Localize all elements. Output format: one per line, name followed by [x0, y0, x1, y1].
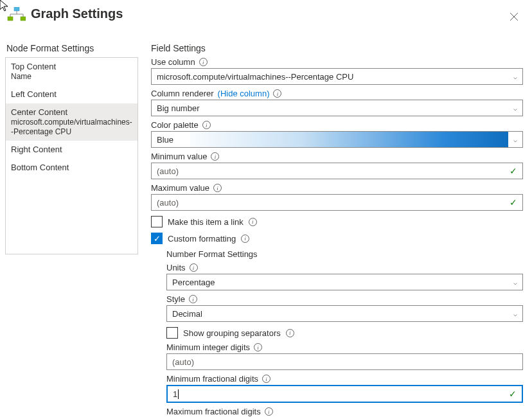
- info-icon[interactable]: i: [199, 58, 208, 66]
- svg-rect-5: [8, 17, 13, 21]
- min-integer-placeholder: (auto): [172, 357, 194, 367]
- units-label: Units: [166, 263, 186, 272]
- svg-rect-0: [14, 7, 19, 11]
- min-integer-label: Minimum integer digits: [166, 342, 250, 352]
- min-fractional-input[interactable]: 1 ✓: [166, 385, 523, 403]
- gradient-preview: [190, 132, 508, 147]
- sidebar-item-center-content[interactable]: Center Content microsoft.compute/virtual…: [6, 103, 137, 141]
- sidebar-item-top-content[interactable]: Top Content Name: [6, 58, 137, 85]
- chevron-down-icon: ⌵: [513, 279, 517, 286]
- page-title: Graph Settings: [31, 6, 123, 21]
- info-icon[interactable]: i: [213, 184, 222, 192]
- sidebar-item-label: Center Content: [11, 107, 132, 118]
- min-fractional-value: 1: [173, 389, 179, 399]
- hide-column-link[interactable]: (Hide column): [218, 89, 270, 98]
- max-value-input[interactable]: (auto) ✓: [151, 194, 523, 211]
- make-link-checkbox[interactable]: [151, 216, 163, 227]
- info-icon[interactable]: i: [265, 407, 273, 416]
- style-label: Style: [166, 294, 185, 304]
- field-settings-title: Field Settings: [151, 43, 523, 53]
- min-value-placeholder: (auto): [157, 166, 179, 176]
- column-renderer-value: Big number: [157, 103, 199, 113]
- sidebar-item-sub: microsoft.compute/virtualmachines--Perce…: [11, 118, 132, 137]
- close-button[interactable]: [506, 9, 522, 24]
- info-icon[interactable]: i: [249, 218, 257, 226]
- color-palette-value: Blue: [157, 135, 173, 145]
- info-icon[interactable]: i: [202, 121, 211, 129]
- make-link-label: Make this item a link: [168, 217, 244, 227]
- sidebar-title: Node Format Settings: [5, 43, 138, 53]
- sidebar-item-label: Right Content: [11, 145, 132, 155]
- units-value: Percentage: [172, 278, 215, 287]
- style-value: Decimal: [172, 309, 202, 319]
- chevron-down-icon: ⌵: [513, 310, 517, 317]
- min-fractional-label: Minimum fractional digits: [166, 374, 258, 384]
- sidebar-item-label: Left Content: [11, 89, 132, 100]
- info-icon[interactable]: i: [273, 89, 281, 98]
- sidebar-list: Top Content Name Left Content Center Con…: [5, 57, 138, 254]
- info-icon[interactable]: i: [241, 235, 249, 243]
- sidebar-item-label: Bottom Content: [11, 163, 132, 173]
- units-select[interactable]: Percentage ⌵: [166, 274, 523, 290]
- sidebar-item-sub: Name: [11, 72, 132, 82]
- color-palette-select[interactable]: Blue ⌵: [151, 131, 523, 148]
- max-value-label: Maximum value: [151, 183, 209, 193]
- use-column-value: microsoft.compute/virtualmachines--Perce…: [157, 72, 353, 82]
- min-integer-input[interactable]: (auto): [166, 353, 523, 370]
- show-grouping-label: Show grouping separators: [183, 328, 281, 338]
- sidebar-item-right-content[interactable]: Right Content: [6, 141, 137, 159]
- max-value-placeholder: (auto): [157, 198, 179, 208]
- checkmark-icon: ✓: [510, 166, 517, 176]
- number-format-title: Number Format Settings: [166, 249, 523, 259]
- min-value-input[interactable]: (auto) ✓: [151, 163, 523, 179]
- chevron-down-icon: ⌵: [513, 73, 517, 80]
- color-palette-label: Color palette: [151, 120, 199, 130]
- sidebar-item-bottom-content[interactable]: Bottom Content: [6, 159, 137, 177]
- chevron-down-icon: ⌵: [513, 105, 517, 112]
- graph-icon: [6, 7, 26, 21]
- info-icon[interactable]: i: [211, 152, 219, 161]
- checkmark-icon: ✓: [509, 389, 517, 399]
- info-icon[interactable]: i: [189, 295, 197, 303]
- checkmark-icon: ✓: [510, 197, 517, 208]
- info-icon[interactable]: i: [262, 375, 270, 383]
- max-fractional-label: Maximum fractional digits: [166, 407, 261, 416]
- column-renderer-label: Column renderer: [151, 89, 214, 98]
- column-renderer-select[interactable]: Big number ⌵: [151, 100, 523, 116]
- svg-rect-6: [21, 17, 26, 21]
- info-icon[interactable]: i: [190, 263, 198, 272]
- custom-formatting-label: Custom formatting: [168, 234, 236, 244]
- sidebar-item-label: Top Content: [11, 62, 132, 72]
- custom-formatting-checkbox[interactable]: ✓: [151, 233, 163, 244]
- sidebar-item-left-content[interactable]: Left Content: [6, 85, 137, 103]
- info-icon[interactable]: i: [286, 329, 294, 337]
- use-column-label: Use column: [151, 57, 195, 67]
- style-select[interactable]: Decimal ⌵: [166, 305, 523, 322]
- show-grouping-checkbox[interactable]: [166, 327, 178, 339]
- info-icon[interactable]: i: [254, 343, 262, 351]
- min-value-label: Minimum value: [151, 152, 207, 161]
- chevron-down-icon: ⌵: [513, 136, 517, 143]
- use-column-select[interactable]: microsoft.compute/virtualmachines--Perce…: [151, 68, 523, 85]
